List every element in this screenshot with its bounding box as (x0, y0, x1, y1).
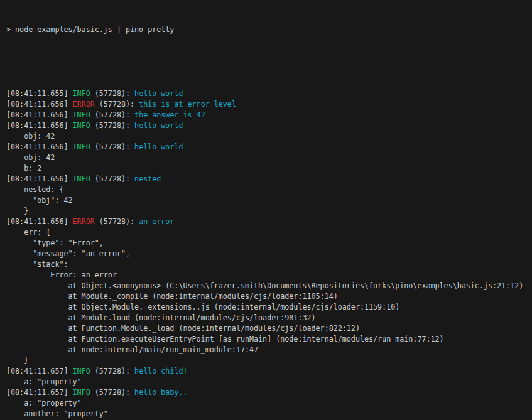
log-pid: (57728): (90, 175, 134, 183)
log-line: "message": "an error", (6, 249, 532, 259)
log-detail-text: a: "property" (6, 377, 82, 386)
log-timestamp: [08:41:11.656] (6, 217, 73, 226)
log-line: [08:41:11.657] INFO (57728): hello baby.… (6, 387, 532, 398)
shell-prompt-and-command: > node examples/basic.js | pino-pretty (6, 25, 174, 34)
log-message: hello baby.. (134, 388, 187, 397)
log-line: at node:internal/main/run_main_module:17… (6, 345, 532, 355)
log-message: hello child! (134, 367, 187, 375)
log-detail-text: "obj": 42 (6, 196, 73, 205)
log-pid: (57728): (90, 143, 134, 151)
log-line: nested: { (6, 185, 532, 195)
log-detail-text: "stack": (6, 260, 68, 269)
log-line: "type": "Error", (6, 238, 532, 249)
log-timestamp: [08:41:11.656] (6, 110, 73, 119)
log-line: obj: 42 (6, 153, 532, 163)
log-line: at Function.Module._load (node:internal/… (6, 323, 532, 334)
log-detail-text: at Object.<anonymous> (C:\Users\frazer.s… (6, 281, 523, 290)
command-line: > node examples/basic.js | pino-pretty (6, 24, 532, 35)
log-message: this is at error level (139, 100, 236, 109)
log-level: INFO (73, 143, 90, 151)
log-line: [08:41:11.656] INFO (57728): nested (6, 174, 532, 185)
log-level: INFO (73, 89, 90, 98)
blank-line (6, 57, 532, 67)
log-detail-text: b: 2 (6, 164, 41, 173)
log-pid: (57728): (90, 121, 134, 130)
log-detail-text: at Function.executeUserEntryPoint [as ru… (6, 335, 444, 343)
log-detail-text: Error: an error (6, 271, 117, 279)
log-detail-text: } (6, 207, 28, 215)
log-message: nested (134, 175, 161, 183)
log-line: at Module.load (node:internal/modules/cj… (6, 313, 532, 323)
log-line: another: "property" (6, 409, 532, 419)
log-line: "obj": 42 (6, 195, 532, 206)
log-line: Error: an error (6, 270, 532, 281)
log-timestamp: [08:41:11.656] (6, 175, 73, 183)
log-detail-text: "type": "Error", (6, 239, 104, 247)
log-message: hello world (134, 89, 183, 98)
log-detail-text: err: { (6, 228, 50, 237)
log-level: INFO (73, 110, 90, 119)
log-timestamp: [08:41:11.656] (6, 121, 73, 130)
log-detail-text: at Object.Module._extensions..js (node:i… (6, 303, 399, 311)
log-line: [08:41:11.656] INFO (57728): hello world (6, 142, 532, 153)
log-line: at Object.<anonymous> (C:\Users\frazer.s… (6, 281, 532, 291)
log-line: obj: 42 (6, 131, 532, 142)
log-line: } (6, 355, 532, 366)
log-detail-text: a: "property" (6, 399, 82, 407)
log-detail-text: obj: 42 (6, 153, 55, 162)
log-level: ERROR (73, 217, 95, 226)
log-level: ERROR (73, 100, 95, 109)
log-line: [08:41:11.657] INFO (57728): hello child… (6, 366, 532, 377)
log-pid: (57728): (90, 388, 134, 397)
log-line: "stack": (6, 259, 532, 270)
log-line: [08:41:11.655] INFO (57728): hello world (6, 89, 532, 99)
log-level: INFO (73, 121, 90, 130)
log-line: b: 2 (6, 163, 532, 174)
log-line: a: "property" (6, 398, 532, 409)
log-detail-text: at Module.load (node:internal/modules/cj… (6, 313, 316, 322)
log-detail-text: at Module._compile (node:internal/module… (6, 292, 338, 301)
log-line: [08:41:11.656] ERROR (57728): this is at… (6, 99, 532, 110)
log-line: } (6, 206, 532, 217)
log-message: the answer is 42 (134, 110, 205, 119)
log-message: hello world (134, 121, 183, 130)
log-timestamp: [08:41:11.656] (6, 143, 73, 151)
log-line: at Function.executeUserEntryPoint [as ru… (6, 334, 532, 345)
log-pid: (57728): (95, 100, 139, 109)
log-message: an error (139, 217, 174, 226)
log-line: at Object.Module._extensions..js (node:i… (6, 302, 532, 313)
log-pid: (57728): (95, 217, 139, 226)
log-detail-text: } (6, 356, 28, 365)
log-detail-text: another: "property" (6, 409, 108, 418)
log-detail-text: obj: 42 (6, 132, 55, 141)
log-line: [08:41:11.656] INFO (57728): the answer … (6, 110, 532, 121)
log-line: [08:41:11.656] INFO (57728): hello world (6, 121, 532, 131)
log-timestamp: [08:41:11.655] (6, 89, 73, 98)
terminal-output: > node examples/basic.js | pino-pretty [… (0, 0, 532, 420)
log-message: hello world (134, 143, 183, 151)
log-level: INFO (73, 175, 90, 183)
log-pid: (57728): (90, 110, 134, 119)
log-line: a: "property" (6, 377, 532, 387)
log-line: at Module._compile (node:internal/module… (6, 291, 532, 302)
log-detail-text: "message": "an error", (6, 249, 130, 258)
log-timestamp: [08:41:11.657] (6, 388, 73, 397)
log-detail-text: at node:internal/main/run_main_module:17… (6, 345, 258, 354)
terminal-screen: { "palette": { "background": "#181818", … (0, 0, 532, 420)
log-level: INFO (73, 388, 90, 397)
log-pid: (57728): (90, 367, 134, 375)
log-line: err: { (6, 227, 532, 238)
log-detail-text: at Function.Module._load (node:internal/… (6, 324, 360, 333)
log-lines: [08:41:11.655] INFO (57728): hello world… (6, 89, 532, 420)
log-level: INFO (73, 367, 90, 375)
log-timestamp: [08:41:11.656] (6, 100, 73, 109)
log-timestamp: [08:41:11.657] (6, 367, 73, 375)
log-detail-text: nested: { (6, 185, 63, 194)
log-pid: (57728): (90, 89, 134, 98)
log-line: [08:41:11.656] ERROR (57728): an error (6, 217, 532, 227)
